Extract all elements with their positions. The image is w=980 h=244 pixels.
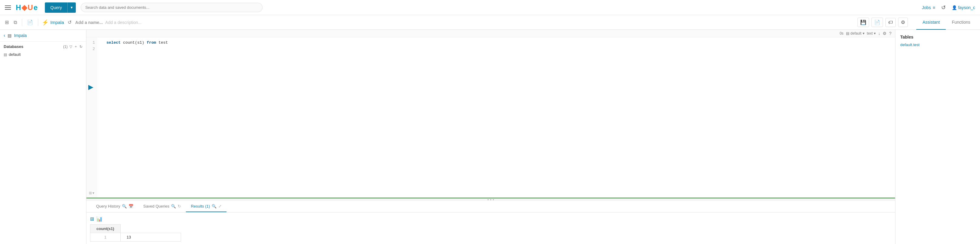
sidebar-header: ‹ ▤ Impala: [0, 30, 86, 41]
snippet-icon: ⊞: [89, 191, 92, 195]
databases-label: Databases: [4, 44, 23, 49]
saved-queries-refresh-icon[interactable]: ↻: [178, 204, 181, 209]
right-panel: Tables default.test: [895, 30, 980, 244]
table-link-default-test[interactable]: default.test: [900, 43, 975, 47]
tables-section-title: Tables: [900, 35, 975, 40]
tab-functions[interactable]: Functions: [946, 15, 976, 30]
copy-icon[interactable]: ⧉: [13, 19, 18, 26]
query-history-calendar-icon[interactable]: 📅: [129, 204, 134, 209]
table-icon: ▤: [4, 53, 7, 57]
format-selector[interactable]: text ▾: [867, 31, 876, 35]
run-button[interactable]: ▶: [88, 83, 93, 91]
refresh-db-icon[interactable]: ↻: [80, 45, 83, 49]
sidebar-item-default[interactable]: ▤ default: [0, 50, 86, 59]
code-editor-container: ▶ 1 2 select count(s1) from test ⊞ ▾: [86, 37, 895, 198]
add-name-field[interactable]: Add a name...: [75, 20, 103, 25]
history-icon[interactable]: ↺: [941, 4, 946, 11]
undo-icon[interactable]: ↺: [67, 18, 73, 26]
snippet-chevron: ▾: [92, 191, 94, 195]
hamburger-menu[interactable]: [5, 5, 11, 10]
resize-handle[interactable]: • • •: [86, 198, 895, 201]
download-results-icon[interactable]: ↓: [878, 31, 880, 36]
query-time-label: 0s: [840, 31, 843, 35]
editor-area: 0s ▤ default ▾ text ▾ ↓ ⚙ ? ▶ 1 2 select: [86, 30, 895, 244]
results-search-icon[interactable]: 🔍: [212, 204, 216, 209]
line-numbers: 1 2: [86, 37, 97, 198]
column-header-count: count(s1): [91, 225, 121, 233]
add-desc-field[interactable]: Add a description...: [105, 20, 142, 25]
kw-select: select: [107, 40, 121, 45]
engine-label: Impala: [50, 20, 64, 25]
table-row: 1 13: [91, 233, 181, 242]
tag-button[interactable]: 🏷: [885, 18, 896, 27]
help-icon[interactable]: ?: [889, 31, 891, 36]
saved-queries-label: Saved Queries: [143, 204, 169, 209]
tab-query-history[interactable]: Query History 🔍 📅: [91, 201, 138, 212]
format-label: text: [867, 31, 873, 35]
kw-from: from: [147, 40, 156, 45]
query-history-search-icon[interactable]: 🔍: [122, 204, 127, 209]
user-icon: 👤: [952, 5, 958, 10]
engine-indicator: ⚡ Impala: [42, 19, 64, 26]
query-dropdown-button[interactable]: ▾: [67, 2, 76, 13]
db-count-badge: (1): [63, 45, 68, 49]
results-tabs: Query History 🔍 📅 Saved Queries 🔍 ↻ Resu…: [86, 201, 895, 212]
top-navbar: H◆Ue Query ▾ Jobs ≡ ↺ 👤 fayson_c: [0, 0, 980, 15]
snippet-selector[interactable]: ⊞ ▾: [89, 191, 94, 195]
databases-header: Databases (1) ▽ ＋ ↻: [0, 41, 86, 50]
functions-tab-label: Functions: [952, 20, 970, 25]
toolbar-divider: [22, 19, 22, 26]
db-selector-icon: ▤: [846, 31, 849, 35]
save-button[interactable]: 💾: [858, 18, 869, 27]
export-button[interactable]: 📄: [872, 18, 883, 27]
results-toolbar: ⊞ 📊: [90, 215, 891, 224]
tab-assistant[interactable]: Assistant: [916, 15, 946, 30]
table-ref: test: [159, 40, 168, 45]
documents-icon[interactable]: 📄: [26, 18, 34, 26]
results-content: ⊞ 📊 count(s1) 1 13: [86, 212, 895, 244]
results-label: Results (1): [191, 204, 210, 209]
chart-view-icon[interactable]: 📊: [96, 216, 102, 222]
database-icon: ▤: [8, 33, 11, 38]
settings-button[interactable]: ⚙: [898, 18, 908, 27]
impala-bolt-icon: ⚡: [42, 19, 49, 26]
databases-actions: (1) ▽ ＋ ↻: [63, 44, 83, 49]
main-layout: ‹ ▤ Impala Databases (1) ▽ ＋ ↻ ▤ default…: [0, 30, 980, 244]
drag-dots: • • •: [487, 197, 494, 202]
sql-editor[interactable]: select count(s1) from test: [97, 37, 895, 198]
default-db-label: default: [9, 52, 21, 57]
row-num: 1: [91, 233, 121, 242]
db-selector-label: default: [851, 31, 861, 35]
results-area: • • • Query History 🔍 📅 Saved Queries 🔍 …: [86, 198, 895, 244]
nav-right: Jobs ≡ ↺ 👤 fayson_c: [922, 4, 975, 11]
jobs-link[interactable]: Jobs ≡: [922, 5, 935, 10]
search-input[interactable]: [81, 3, 262, 12]
username-label: fayson_c: [958, 5, 975, 10]
jobs-label: Jobs: [922, 5, 931, 10]
query-button[interactable]: Query: [45, 2, 67, 13]
layers-icon[interactable]: ⊞: [4, 18, 10, 26]
format-chevron: ▾: [874, 31, 876, 35]
hue-logo: H◆Ue: [16, 3, 38, 12]
tab-results[interactable]: Results (1) 🔍 ⤢: [186, 201, 226, 212]
grid-view-icon[interactable]: ⊞: [90, 216, 94, 222]
database-selector[interactable]: ▤ default ▾: [846, 31, 864, 35]
tab-saved-queries[interactable]: Saved Queries 🔍 ↻: [138, 201, 186, 212]
add-db-icon[interactable]: ＋: [74, 44, 78, 49]
back-arrow-icon[interactable]: ‹: [4, 33, 5, 38]
results-table: count(s1) 1 13: [90, 224, 181, 242]
saved-queries-search-icon[interactable]: 🔍: [171, 204, 176, 209]
query-button-group: Query ▾: [45, 2, 76, 13]
sidebar-engine-title[interactable]: Impala: [14, 33, 27, 38]
editor-meta-bar: 0s ▤ default ▾ text ▾ ↓ ⚙ ?: [86, 30, 895, 37]
right-panel-tabs: Assistant Functions: [916, 15, 976, 30]
results-expand-icon[interactable]: ⤢: [218, 204, 222, 209]
filter-icon[interactable]: ▽: [70, 45, 72, 49]
jobs-icon: ≡: [933, 5, 935, 10]
db-selector-chevron: ▾: [863, 31, 864, 35]
editor-settings-icon[interactable]: ⚙: [883, 31, 887, 36]
toolbar-right-actions: 💾 📄 🏷 ⚙: [858, 18, 908, 27]
user-link[interactable]: 👤 fayson_c: [952, 5, 975, 10]
query-history-label: Query History: [96, 204, 120, 209]
line-num-1: 1: [89, 40, 95, 46]
